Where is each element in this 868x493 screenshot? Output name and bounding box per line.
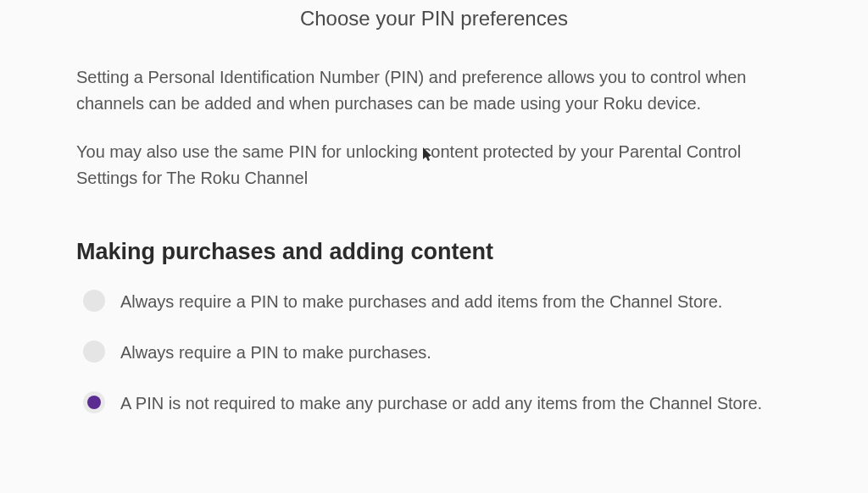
radio-icon-unselected bbox=[83, 290, 105, 312]
radio-option-always-purchases-and-add[interactable]: Always require a PIN to make purchases a… bbox=[83, 289, 792, 314]
radio-option-always-purchases[interactable]: Always require a PIN to make purchases. bbox=[83, 340, 792, 365]
radio-label: Always require a PIN to make purchases. bbox=[120, 340, 431, 365]
radio-option-not-required[interactable]: A PIN is not required to make any purcha… bbox=[83, 391, 792, 416]
intro-paragraph-2: You may also use the same PIN for unlock… bbox=[76, 139, 792, 191]
radio-icon-selected bbox=[83, 391, 105, 413]
page-title: Choose your PIN preferences bbox=[0, 0, 868, 64]
radio-label: A PIN is not required to make any purcha… bbox=[120, 391, 762, 416]
radio-label: Always require a PIN to make purchases a… bbox=[120, 289, 722, 314]
radio-dot-icon bbox=[87, 396, 101, 409]
intro-paragraph-1: Setting a Personal Identification Number… bbox=[76, 64, 792, 117]
radio-group-pin-preferences: Always require a PIN to make purchases a… bbox=[76, 289, 792, 416]
section-heading-purchases: Making purchases and adding content bbox=[76, 239, 792, 265]
radio-icon-unselected bbox=[83, 341, 105, 363]
content-area: Setting a Personal Identification Number… bbox=[0, 64, 868, 416]
